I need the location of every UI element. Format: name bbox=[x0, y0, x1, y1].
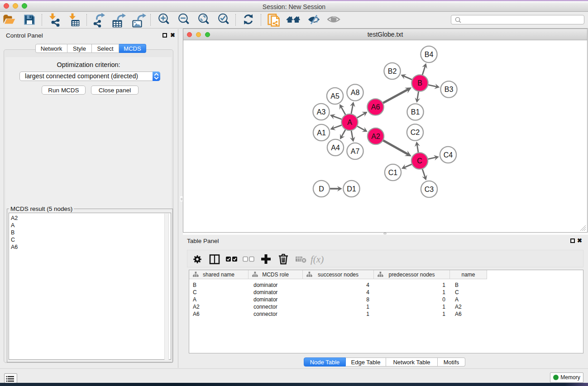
svg-text:A6: A6 bbox=[371, 103, 380, 111]
svg-text:A3: A3 bbox=[317, 108, 326, 116]
svg-text:C4: C4 bbox=[444, 151, 453, 159]
svg-text:B3: B3 bbox=[445, 86, 454, 93]
svg-text:C2: C2 bbox=[411, 129, 420, 136]
svg-text:B2: B2 bbox=[388, 67, 397, 75]
svg-text:C3: C3 bbox=[425, 186, 434, 193]
svg-text:A7: A7 bbox=[351, 148, 360, 155]
svg-text:C: C bbox=[417, 157, 422, 165]
svg-text:A: A bbox=[347, 119, 352, 126]
svg-text:A1: A1 bbox=[317, 129, 326, 137]
svg-text:D: D bbox=[319, 185, 324, 193]
svg-text:A5: A5 bbox=[330, 92, 339, 100]
svg-text:B4: B4 bbox=[425, 51, 434, 58]
svg-text:A8: A8 bbox=[351, 89, 360, 96]
svg-text:D1: D1 bbox=[347, 185, 356, 193]
svg-text:A2: A2 bbox=[371, 133, 380, 140]
svg-text:B1: B1 bbox=[411, 108, 420, 116]
svg-text:A4: A4 bbox=[331, 144, 340, 152]
svg-text:B: B bbox=[417, 79, 422, 87]
svg-text:C1: C1 bbox=[388, 169, 398, 176]
